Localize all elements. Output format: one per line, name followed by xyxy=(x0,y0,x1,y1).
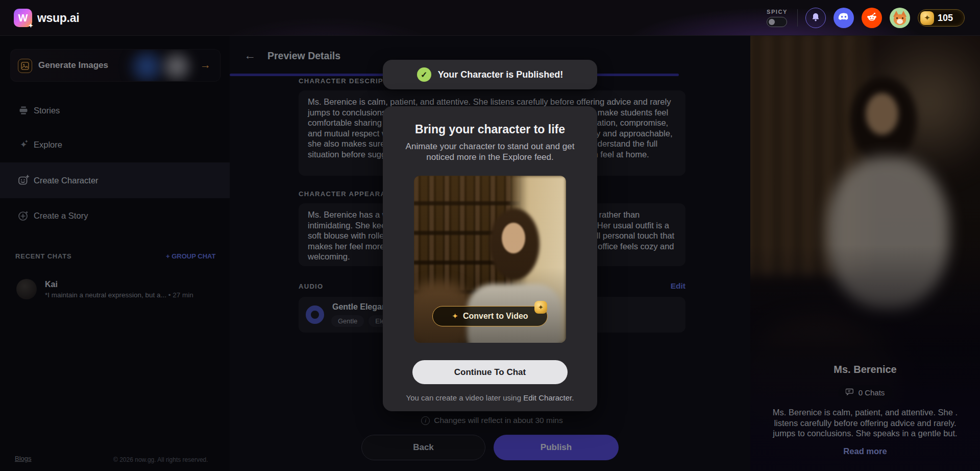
edit-character-mention: Edit Character. xyxy=(523,393,574,402)
spicy-toggle-group: SPICY xyxy=(767,9,788,27)
coins-balance-button[interactable]: ✦ 105 xyxy=(918,9,965,27)
continue-to-chat-button[interactable]: Continue To Chat xyxy=(412,360,568,384)
toast-message: Your Character is Published! xyxy=(438,69,564,80)
notifications-button[interactable] xyxy=(805,8,826,28)
reddit-icon xyxy=(866,12,877,24)
check-circle-icon: ✓ xyxy=(417,67,431,82)
modal-footnote: You can create a video later using Edit … xyxy=(383,393,597,402)
fox-eye xyxy=(902,17,903,19)
brand[interactable]: W✦ wsup.ai xyxy=(14,9,79,27)
sparkle-icon: ✦ xyxy=(452,312,458,321)
topbar: W✦ wsup.ai SPICY xyxy=(0,0,980,36)
reddit-button[interactable] xyxy=(862,8,882,28)
premium-coin-badge-icon: ✦ xyxy=(534,301,547,314)
discord-button[interactable] xyxy=(834,8,854,28)
topbar-actions: SPICY xyxy=(767,0,965,36)
spicy-toggle[interactable] xyxy=(767,17,787,27)
modal-title: Bring your character to life xyxy=(383,123,597,136)
discord-icon xyxy=(838,13,849,23)
modal-subtitle: Animate your character to stand out and … xyxy=(405,141,575,162)
convert-button-label: Convert to Video xyxy=(463,312,528,321)
divider xyxy=(797,9,798,27)
user-avatar[interactable] xyxy=(890,8,910,28)
bell-icon xyxy=(811,12,820,24)
convert-to-video-button[interactable]: ✦ Convert to Video xyxy=(432,306,548,326)
coin-count: 105 xyxy=(938,13,953,23)
fox-muzzle xyxy=(897,19,903,24)
coin-icon: ✦ xyxy=(920,11,934,25)
toggle-knob xyxy=(769,19,775,25)
spicy-label: SPICY xyxy=(767,9,788,15)
brand-name: wsup.ai xyxy=(37,11,79,25)
wsup-logo-icon: W✦ xyxy=(14,9,32,27)
bring-to-life-modal: Bring your character to life Animate you… xyxy=(383,106,597,411)
fox-eye xyxy=(896,17,898,19)
published-toast: ✓ Your Character is Published! xyxy=(383,60,597,89)
app-root: Generate Images → Stories ✦✦ Explore Cre… xyxy=(0,0,980,471)
